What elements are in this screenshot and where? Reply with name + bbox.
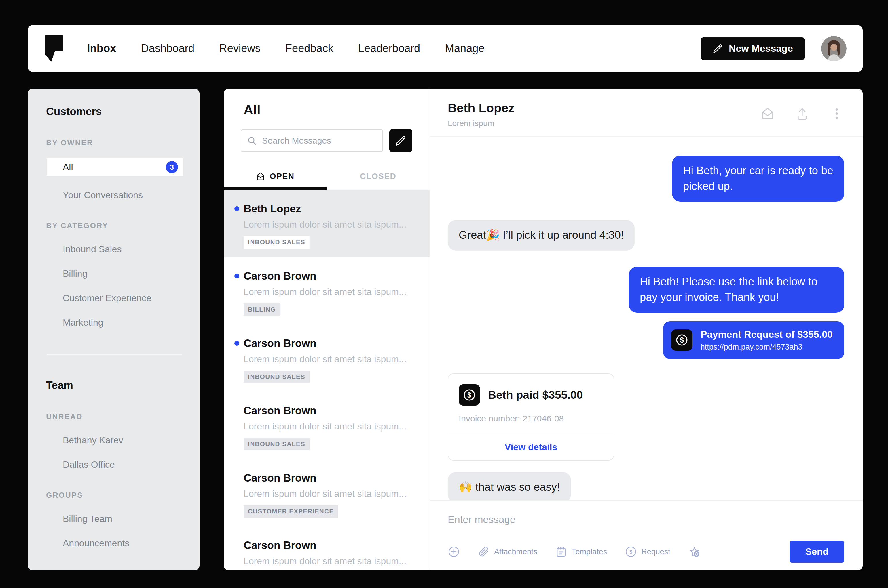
attachments-label: Attachments [494, 548, 537, 556]
conversation-name: Beth Lopez [244, 203, 418, 215]
message-composer: Attachments Templates $ [430, 500, 862, 570]
chat-subtitle: Lorem ispum [448, 119, 515, 128]
dollar-badge-icon: $ [671, 329, 692, 351]
payment-card-title: Beth paid $355.00 [488, 388, 583, 401]
plus-circle-icon [448, 546, 460, 558]
composer-toolbar: Attachments Templates $ [448, 541, 844, 562]
sidebar-item-all-label: All [63, 162, 73, 172]
primary-nav: Inbox Dashboard Reviews Feedback Leaderb… [87, 42, 485, 55]
add-button[interactable] [448, 546, 460, 558]
nav-item-feedback[interactable]: Feedback [285, 42, 333, 55]
outgoing-message: Hi Beth, your car is ready to be picked … [672, 156, 844, 202]
sidebar-section-unread: UNREAD [28, 412, 200, 421]
sidebar-team-title: Team [28, 380, 200, 392]
message-thread: Hi Beth, your car is ready to be picked … [430, 136, 862, 500]
sidebar-item-dallas-office[interactable]: Dallas Office [28, 459, 200, 470]
app-window: Inbox Dashboard Reviews Feedback Leaderb… [0, 0, 888, 588]
conversation-row-carson-brown-4[interactable]: Carson Brown Lorem ispum dolor sit amet … [224, 459, 430, 526]
conversation-preview: Lorem ispum dolor sit amet sita ispum... [244, 489, 418, 499]
chat-panel: Beth Lopez Lorem ispum Hi Beth, you [430, 89, 862, 570]
share-export-icon[interactable] [795, 107, 809, 120]
conversation-row-carson-brown-5[interactable]: Carson Brown Lorem ispum dolor sit amet … [224, 526, 430, 570]
conversation-tag: INBOUND SALES [244, 236, 310, 249]
chat-actions [761, 101, 844, 136]
conversation-preview: Lorem ispum dolor sit amet sita ispum... [244, 421, 418, 432]
view-details-link[interactable]: View details [449, 434, 614, 460]
search-input[interactable] [262, 135, 376, 146]
sidebar-item-all[interactable]: All 3 [47, 158, 183, 176]
review-invite-button[interactable] [688, 546, 700, 558]
nav-item-manage[interactable]: Manage [445, 42, 484, 55]
unread-dot [234, 274, 239, 279]
sidebar-item-your-conversations[interactable]: Your Conversations [28, 190, 200, 201]
unread-dot [234, 206, 239, 211]
payment-request-bubble[interactable]: $ Payment Request of $355.00 https://pdm… [663, 321, 844, 359]
list-title: All [244, 102, 430, 118]
conversation-tag: INBOUND SALES [244, 438, 310, 450]
attachments-button[interactable]: Attachments [478, 546, 537, 558]
nav-item-reviews[interactable]: Reviews [219, 42, 260, 55]
sidebar-item-billing-team[interactable]: Billing Team [28, 513, 200, 524]
conversation-row-carson-brown-1[interactable]: Carson Brown Lorem ispum dolor sit amet … [224, 257, 430, 324]
payment-request-button[interactable]: $ Request [625, 546, 670, 558]
search-row [241, 129, 430, 152]
svg-text:$: $ [629, 549, 632, 555]
message-input[interactable] [448, 511, 686, 528]
chat-header: Beth Lopez Lorem ispum [430, 89, 862, 136]
tab-open-label: OPEN [270, 172, 295, 181]
tab-closed-label: CLOSED [360, 172, 396, 181]
mark-open-envelope-icon[interactable] [761, 107, 775, 120]
outgoing-message: Hi Beth! Please use the link below to pa… [629, 267, 844, 313]
sidebar-item-inbound-sales[interactable]: Inbound Sales [28, 244, 200, 255]
unread-count-badge: 3 [166, 161, 178, 173]
payment-request-link[interactable]: https://pdm.pay.com/4573ah3 [701, 343, 833, 351]
conversation-name: Carson Brown [244, 338, 418, 350]
conversation-preview: Lorem ispum dolor sit amet sita ispum... [244, 286, 418, 297]
sidebar-section-groups: GROUPS [28, 491, 200, 500]
conversation-name: Carson Brown [244, 405, 418, 417]
new-message-label: New Message [729, 43, 793, 54]
chat-title: Beth Lopez [448, 101, 515, 115]
send-button[interactable]: Send [790, 541, 844, 562]
conversation-row-carson-brown-3[interactable]: Carson Brown Lorem ispum dolor sit amet … [224, 392, 430, 459]
svg-text:$: $ [680, 336, 684, 344]
sidebar: Customers BY OWNER All 3 Your Conversati… [28, 89, 200, 570]
nav-item-inbox[interactable]: Inbox [87, 42, 116, 55]
payment-card-header: $ Beth paid $355.00 [449, 374, 614, 406]
payment-card-invoice: Invoice number: 217046-08 [449, 406, 614, 434]
incoming-message: 🙌 that was so easy! [448, 472, 571, 500]
tab-closed[interactable]: CLOSED [327, 165, 430, 190]
list-tabs: OPEN CLOSED [224, 165, 430, 190]
conversation-tag: CUSTOMER EXPERIENCE [244, 505, 338, 518]
sidebar-item-marketing[interactable]: Marketing [28, 317, 200, 328]
conversation-tag: INBOUND SALES [244, 370, 310, 383]
main-panel: All OP [224, 89, 862, 570]
nav-item-leaderboard[interactable]: Leaderboard [358, 42, 420, 55]
sidebar-item-customer-experience[interactable]: Customer Experience [28, 293, 200, 303]
conversation-name: Carson Brown [244, 472, 418, 484]
conversation-tag: BILLING [244, 303, 280, 316]
top-nav: Inbox Dashboard Reviews Feedback Leaderb… [28, 25, 862, 72]
sidebar-item-billing[interactable]: Billing [28, 268, 200, 279]
user-avatar[interactable] [821, 36, 847, 61]
new-message-button[interactable]: New Message [701, 38, 805, 60]
sidebar-item-bethany-karev[interactable]: Bethany Karev [28, 435, 200, 446]
nav-item-dashboard[interactable]: Dashboard [141, 42, 194, 55]
sidebar-divider [47, 354, 182, 355]
conversation-name: Carson Brown [244, 270, 418, 282]
tab-open[interactable]: OPEN [224, 165, 327, 190]
search-icon [247, 136, 257, 146]
templates-button[interactable]: Templates [555, 546, 607, 558]
conversation-rows: Beth Lopez Lorem ispum dolor sit amet si… [224, 190, 430, 570]
sidebar-item-announcements[interactable]: Announcements [28, 538, 200, 549]
compose-button[interactable] [389, 129, 412, 152]
request-label: Request [641, 548, 670, 556]
conversation-list: All OP [224, 89, 430, 570]
conversation-row-carson-brown-2[interactable]: Carson Brown Lorem ispum dolor sit amet … [224, 324, 430, 392]
conversation-name: Carson Brown [244, 539, 418, 552]
kebab-menu-icon[interactable] [830, 107, 844, 120]
conversation-row-beth-lopez[interactable]: Beth Lopez Lorem ispum dolor sit amet si… [224, 190, 430, 257]
templates-label: Templates [572, 548, 607, 556]
notepad-icon [555, 546, 567, 558]
dollar-badge-icon: $ [459, 384, 480, 406]
